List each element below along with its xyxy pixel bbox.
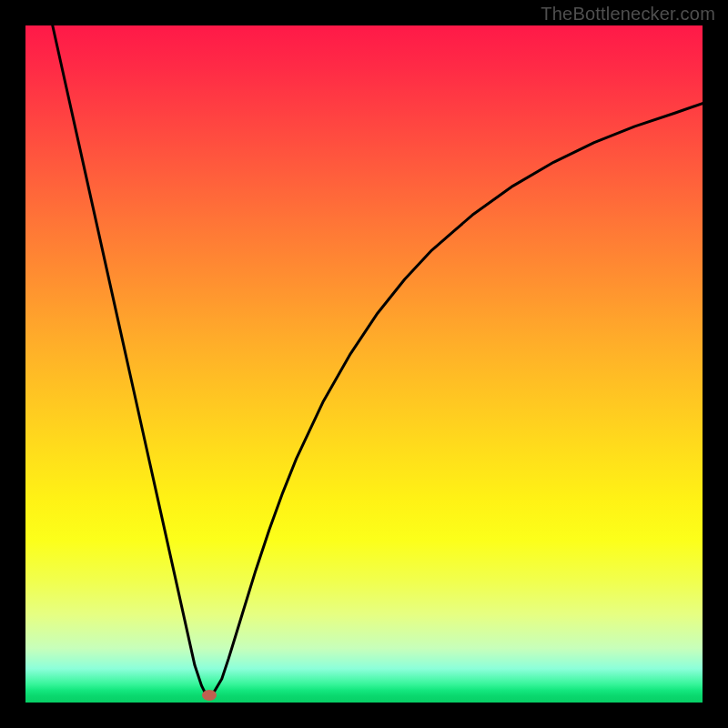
chart-frame: TheBottlenecker.com — [0, 0, 728, 728]
optimum-marker — [202, 690, 217, 701]
curve-svg — [25, 25, 703, 703]
bottleneck-curve — [53, 25, 703, 695]
watermark-text: TheBottlenecker.com — [541, 4, 715, 25]
plot-area — [25, 25, 703, 703]
